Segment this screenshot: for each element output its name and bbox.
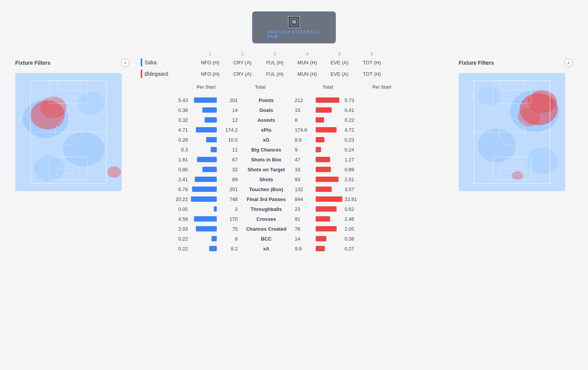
stat-name-0: Points	[259, 97, 274, 103]
left-bar-0	[194, 97, 217, 103]
left-val-3: 4.71	[173, 127, 188, 133]
left-val-6: 1.81	[173, 157, 188, 163]
stats-table: 5.43201Points2125.730.3814Goals150.410.3…	[137, 95, 451, 254]
left-bar-3	[196, 127, 217, 132]
left-total-7: 32	[217, 167, 238, 172]
left-total-2: 12	[217, 117, 238, 123]
svg-point-4	[63, 132, 105, 166]
left-val-11: 0.05	[173, 206, 188, 212]
stat-name-15: xA	[263, 246, 270, 252]
left-fixture-filter-btn[interactable]: +	[121, 59, 129, 67]
odegaard-fix-1: NFO (H)	[194, 71, 226, 77]
left-total-0: 201	[217, 97, 238, 103]
stat-name-4: xG	[263, 137, 269, 143]
right-bar-3	[316, 127, 337, 132]
right-val-5: 0.24	[345, 147, 360, 153]
stat-name-12: Crosses	[256, 216, 276, 222]
total-left-label: Total	[255, 85, 265, 90]
left-total-5: 11	[217, 147, 238, 153]
right-bar-11	[316, 206, 337, 212]
right-fixture-filter-header: Fixture Filters +	[459, 59, 573, 67]
stat-row-xa: 0.228.2xA9.90.27	[137, 244, 451, 254]
right-val-15: 0.27	[345, 246, 360, 252]
svg-point-8	[40, 97, 67, 118]
gw-4: 4	[291, 51, 323, 57]
left-heatmap	[15, 73, 122, 191]
center-panel: 1 2 3 4 5 6 Saka NFO (H) CRY (A) FUL (H)…	[137, 51, 451, 254]
right-total-11: 23	[295, 206, 316, 212]
right-val-14: 0.38	[345, 236, 360, 242]
gw-2: 2	[226, 51, 259, 57]
left-bar-2	[205, 117, 217, 123]
stat-name-9: Touches (Box)	[249, 187, 283, 192]
left-val-5: 0.3	[173, 147, 188, 153]
right-total-5: 9	[295, 147, 316, 153]
stat-row-throughballs: 0.052Throughballs230.62	[137, 204, 451, 214]
right-total-1: 15	[295, 107, 316, 113]
right-bar-14	[316, 236, 326, 241]
right-total-8: 93	[295, 177, 316, 182]
right-bar-15	[316, 246, 325, 251]
left-total-4: 10.5	[217, 137, 238, 143]
left-val-4: 0.28	[173, 137, 188, 143]
right-bar-0	[316, 97, 339, 103]
right-bar-2	[316, 117, 324, 123]
left-val-13: 2.03	[173, 226, 188, 232]
right-fixture-filter-btn[interactable]: +	[564, 59, 573, 67]
right-total-13: 76	[295, 226, 316, 232]
left-bar-14	[211, 236, 217, 241]
stat-row-bcc: 0.228BCC140.38	[137, 234, 451, 244]
left-bar-8	[195, 177, 217, 182]
saka-indicator	[141, 58, 142, 67]
right-total-9: 132	[295, 187, 316, 192]
right-bar-1	[316, 107, 332, 113]
per-start-left-label: Per Start	[197, 85, 216, 90]
right-heatmap	[459, 73, 565, 191]
svg-text:H: H	[292, 19, 296, 25]
svg-point-20	[527, 147, 558, 174]
right-total-12: 91	[295, 216, 316, 222]
right-bar-10	[316, 196, 342, 202]
left-bar-1	[202, 107, 217, 113]
right-val-2: 0.22	[345, 117, 360, 123]
left-val-1: 0.38	[173, 107, 188, 113]
saka-fix-3: FUL (H)	[259, 60, 291, 65]
stat-row-shots: 2.4189Shots932.51	[137, 174, 451, 184]
stat-name-1: Goals	[259, 107, 273, 113]
odegaard-indicator	[141, 70, 142, 78]
right-bar-13	[316, 226, 337, 231]
left-total-10: 748	[217, 196, 238, 202]
left-bar-9	[192, 187, 217, 192]
stat-name-14: BCC	[261, 236, 272, 242]
gw-3: 3	[259, 51, 291, 57]
site-header: H FANTASY FOOTBALL HUB	[252, 11, 336, 43]
svg-point-21	[478, 86, 501, 105]
right-fixture-filter-title: Fixture Filters	[459, 60, 494, 66]
stat-row-final-3rd-passes: 20.22748Final 3rd Passes84422.81	[137, 194, 451, 204]
left-val-0: 5.43	[173, 97, 188, 103]
saka-fix-2: CRY (A)	[226, 60, 259, 65]
right-total-10: 844	[295, 196, 316, 202]
left-total-12: 170	[217, 216, 238, 222]
right-total-0: 212	[295, 97, 316, 103]
left-bar-6	[197, 157, 217, 162]
stat-row-shots-on-target: 0.8632Shots on Target330.89	[137, 164, 451, 174]
left-val-9: 6.78	[173, 187, 188, 192]
left-total-6: 67	[217, 157, 238, 163]
left-total-14: 8	[217, 236, 238, 242]
right-val-3: 4.72	[345, 127, 360, 133]
stat-name-8: Shots	[259, 177, 273, 182]
right-bar-7	[316, 167, 331, 172]
odegaard-fix-2: CRY (A)	[226, 71, 259, 77]
stat-name-7: Shots on Target	[248, 167, 285, 172]
saka-fixture-row: Saka NFO (H) CRY (A) FUL (H) MUN (H) EVE…	[137, 58, 451, 67]
svg-point-24	[518, 107, 540, 126]
saka-fix-5: EVE (A)	[323, 60, 356, 65]
left-total-13: 75	[217, 226, 238, 232]
left-total-15: 8.2	[217, 246, 238, 252]
stat-row-points: 5.43201Points2125.73	[137, 95, 451, 105]
left-bar-7	[202, 167, 217, 172]
right-val-12: 2.46	[345, 216, 360, 222]
left-total-1: 14	[217, 107, 238, 113]
right-val-1: 0.41	[345, 107, 360, 113]
